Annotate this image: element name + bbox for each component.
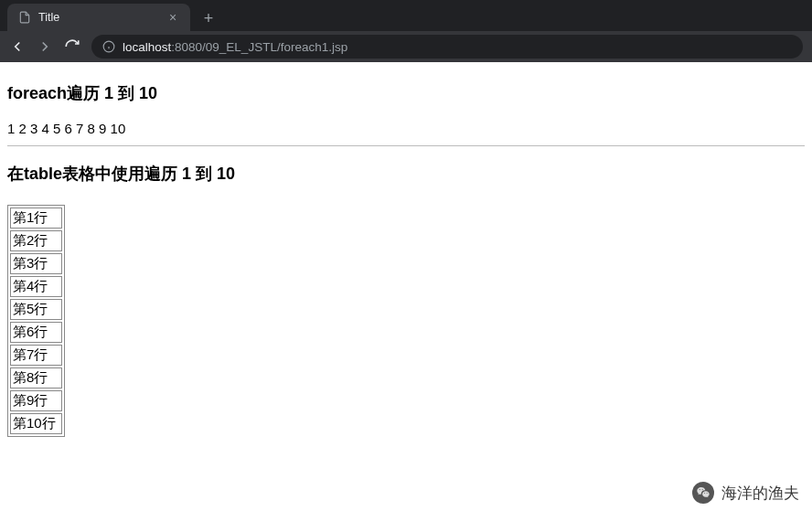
heading-foreach: foreach遍历 1 到 10 <box>7 82 805 104</box>
table-row: 第3行 <box>10 253 62 274</box>
page-icon <box>18 11 31 24</box>
wechat-icon <box>692 482 714 504</box>
reload-button[interactable] <box>64 38 80 55</box>
table-cell: 第9行 <box>10 390 62 411</box>
table-row: 第1行 <box>10 208 62 229</box>
table-row: 第5行 <box>10 299 62 320</box>
number-list: 1 2 3 4 5 6 7 8 9 10 <box>7 121 805 136</box>
table-cell: 第5行 <box>10 299 62 320</box>
url-host: localhost <box>123 40 171 54</box>
table-cell: 第4行 <box>10 276 62 297</box>
table-row: 第6行 <box>10 322 62 343</box>
browser-toolbar: localhost:8080/09_EL_JSTL/foreach1.jsp <box>0 31 812 62</box>
table-cell: 第2行 <box>10 230 62 251</box>
table-row: 第8行 <box>10 367 62 389</box>
table-cell: 第6行 <box>10 322 62 343</box>
table-cell: 第10行 <box>10 413 62 434</box>
table-cell: 第3行 <box>10 253 62 274</box>
watermark-text: 海洋的渔夫 <box>721 483 799 504</box>
site-info-icon[interactable] <box>102 40 115 53</box>
url-path: :8080/09_EL_JSTL/foreach1.jsp <box>171 40 347 54</box>
watermark: 海洋的渔夫 <box>692 482 799 504</box>
heading-table: 在table表格中使用遍历 1 到 10 <box>7 163 805 185</box>
tab-title: Title <box>38 11 159 24</box>
table-row: 第7行 <box>10 345 62 366</box>
table-cell: 第7行 <box>10 345 62 366</box>
close-tab-icon[interactable]: × <box>166 11 179 24</box>
browser-chrome: Title × + localhost:8080/09_EL_JSTL/fore… <box>0 0 812 62</box>
table-row: 第9行 <box>10 390 62 411</box>
divider <box>7 145 805 146</box>
new-tab-button[interactable]: + <box>196 5 221 31</box>
table-cell: 第1行 <box>10 208 62 229</box>
url-text: localhost:8080/09_EL_JSTL/foreach1.jsp <box>123 40 347 54</box>
demo-table: 第1行第2行第3行第4行第5行第6行第7行第8行第9行第10行 <box>7 205 65 437</box>
address-bar[interactable]: localhost:8080/09_EL_JSTL/foreach1.jsp <box>91 35 803 59</box>
page-content: foreach遍历 1 到 10 1 2 3 4 5 6 7 8 9 10 在t… <box>0 62 812 444</box>
table-row: 第2行 <box>10 230 62 251</box>
back-button[interactable] <box>9 38 26 55</box>
browser-tab[interactable]: Title × <box>7 4 190 31</box>
tab-strip: Title × + <box>0 0 812 31</box>
table-row: 第10行 <box>10 413 62 434</box>
forward-button[interactable] <box>37 38 53 55</box>
table-row: 第4行 <box>10 276 62 297</box>
table-cell: 第8行 <box>10 367 62 389</box>
